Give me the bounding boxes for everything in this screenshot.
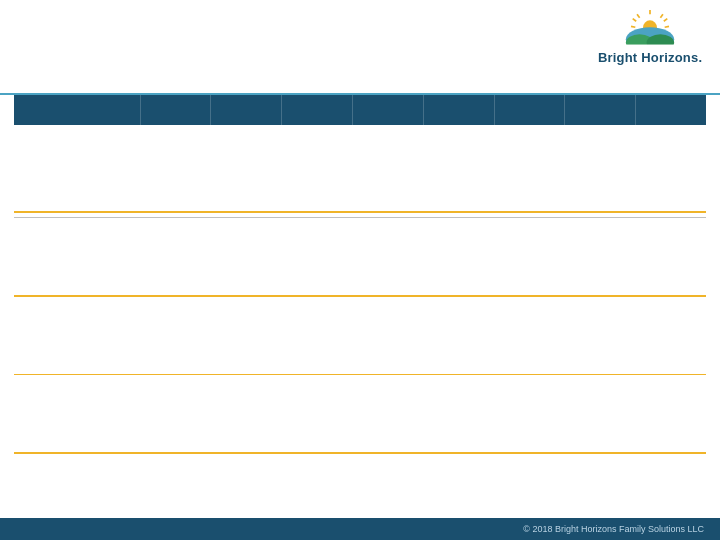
header-divider xyxy=(0,93,720,95)
content-block-1 xyxy=(14,133,706,183)
gold-divider-4 xyxy=(14,452,706,454)
gold-divider-1 xyxy=(14,211,706,213)
header: Bright Horizons. xyxy=(0,0,720,95)
table-col-5 xyxy=(353,95,424,125)
svg-line-6 xyxy=(664,19,667,22)
logo-text: Bright Horizons. xyxy=(598,48,702,66)
content-block-2 xyxy=(14,217,706,267)
content-block-3 xyxy=(14,301,706,346)
gold-divider-2 xyxy=(14,295,706,297)
table-header xyxy=(14,95,706,125)
svg-line-3 xyxy=(637,14,640,17)
table-col-9 xyxy=(636,95,706,125)
table-col-7 xyxy=(495,95,566,125)
table-col-2 xyxy=(141,95,212,125)
svg-line-2 xyxy=(665,26,669,27)
footer: © 2018 Bright Horizons Family Solutions … xyxy=(0,518,720,540)
bright-horizons-logo-icon xyxy=(624,10,676,48)
table-col-3 xyxy=(211,95,282,125)
gold-divider-3 xyxy=(14,374,706,376)
svg-line-1 xyxy=(660,14,663,17)
content-block-4 xyxy=(14,379,706,424)
table-col-8 xyxy=(565,95,636,125)
main-content xyxy=(0,133,720,454)
footer-copyright: © 2018 Bright Horizons Family Solutions … xyxy=(523,524,704,534)
table-col-6 xyxy=(424,95,495,125)
table-col-1 xyxy=(14,95,141,125)
svg-line-5 xyxy=(633,19,636,22)
logo-area: Bright Horizons. xyxy=(598,10,702,66)
table-col-4 xyxy=(282,95,353,125)
svg-line-4 xyxy=(631,26,635,27)
